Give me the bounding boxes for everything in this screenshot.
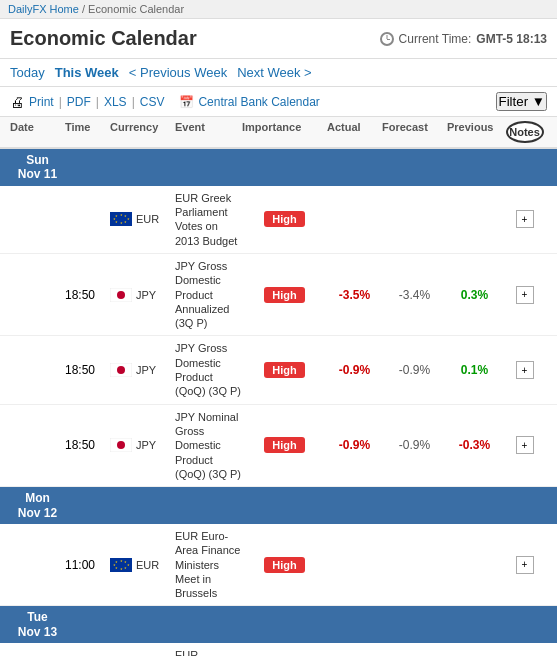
- time-4: 18:50: [65, 438, 110, 452]
- svg-text:★: ★: [124, 220, 127, 224]
- svg-text:★: ★: [115, 220, 118, 224]
- day-header-nov12: Mon Nov 12: [0, 487, 557, 524]
- time-info: Current Time: GMT-5 18:13: [380, 32, 547, 46]
- svg-text:★: ★: [120, 213, 123, 217]
- event-row-4: 18:50 JPY JPY Nominal Gross Domestic Pro…: [0, 405, 557, 487]
- toolbar: 🖨 Print | PDF | XLS | CSV 📅 Central Bank…: [0, 87, 557, 117]
- page-header: Economic Calendar Current Time: GMT-5 18…: [0, 19, 557, 59]
- jp-flag-4: [110, 438, 132, 452]
- svg-text:★: ★: [115, 565, 118, 569]
- col-notes: Notes: [502, 121, 547, 143]
- day-label-nov13: Tue Nov 13: [10, 610, 65, 639]
- event-name-2: JPY Gross Domestic Product Annualized (3…: [175, 259, 242, 330]
- pdf-link[interactable]: PDF: [67, 95, 91, 109]
- breadcrumb-sep: /: [82, 3, 85, 15]
- actual-3: -0.9%: [327, 363, 382, 377]
- nav-tabs: Today This Week < Previous Week Next Wee…: [0, 59, 557, 87]
- table-header-row: Date Time Currency Event Importance Actu…: [0, 117, 557, 149]
- xls-link[interactable]: XLS: [104, 95, 127, 109]
- sep2: |: [96, 95, 99, 109]
- currency-4: JPY: [110, 438, 175, 452]
- current-time-label: Current Time:: [399, 32, 472, 46]
- currency-5: ★ ★ ★ ★ ★ ★ ★ ★ EUR: [110, 558, 175, 572]
- time-5: 11:00: [65, 558, 110, 572]
- svg-text:★: ★: [120, 221, 123, 225]
- event-name-6: EUR European Union Finance Ministers Mee…: [175, 648, 242, 656]
- svg-text:★: ★: [115, 559, 118, 563]
- breadcrumb-page: Economic Calendar: [88, 3, 184, 15]
- event-name-4: JPY Nominal Gross Domestic Product (QoQ)…: [175, 410, 242, 481]
- note-4[interactable]: +: [502, 436, 547, 454]
- importance-3: High: [242, 362, 327, 378]
- currency-1: ★ ★ ★ ★ ★ ★ ★ ★ EUR: [110, 212, 175, 226]
- sep1: |: [59, 95, 62, 109]
- time-3: 18:50: [65, 363, 110, 377]
- svg-text:★: ★: [120, 566, 123, 570]
- previous-3: 0.1%: [447, 363, 502, 377]
- svg-text:★: ★: [124, 214, 127, 218]
- nav-today[interactable]: Today: [10, 65, 45, 80]
- svg-point-14: [117, 441, 125, 449]
- calendar-icon: 📅: [179, 95, 194, 109]
- eu-flag-1: ★ ★ ★ ★ ★ ★ ★ ★: [110, 212, 132, 226]
- central-bank-area: 📅 Central Bank Calendar: [179, 95, 319, 109]
- current-time-value: GMT-5 18:13: [476, 32, 547, 46]
- filter-button[interactable]: Filter ▼: [496, 92, 547, 111]
- day-label-nov11: Sun Nov 11: [10, 153, 65, 182]
- print-icon: 🖨: [10, 94, 24, 110]
- csv-link[interactable]: CSV: [140, 95, 165, 109]
- importance-5: High: [242, 557, 327, 573]
- notes-circle: Notes: [506, 121, 544, 143]
- clock-icon: [380, 32, 394, 46]
- day-header-nov13: Tue Nov 13: [0, 606, 557, 643]
- sep3: |: [132, 95, 135, 109]
- currency-code-5: EUR: [136, 559, 159, 571]
- jp-flag-2: [110, 288, 132, 302]
- currency-code-1: EUR: [136, 213, 159, 225]
- col-date: Date: [10, 121, 65, 143]
- event-row-5: 11:00 ★ ★ ★ ★ ★ ★ ★ ★ EUR EUR Euro-Area …: [0, 524, 557, 606]
- svg-text:★: ★: [120, 558, 123, 562]
- jp-flag-3: [110, 363, 132, 377]
- currency-2: JPY: [110, 288, 175, 302]
- print-link[interactable]: Print: [29, 95, 54, 109]
- note-3[interactable]: +: [502, 361, 547, 379]
- svg-text:★: ★: [115, 214, 118, 218]
- col-previous: Previous: [447, 121, 502, 143]
- col-time: Time: [65, 121, 110, 143]
- nav-previous-week[interactable]: < Previous Week: [129, 65, 227, 80]
- forecast-4: -0.9%: [382, 438, 447, 452]
- page-title: Economic Calendar: [10, 27, 197, 50]
- currency-code-4: JPY: [136, 439, 156, 451]
- nav-next-week[interactable]: Next Week >: [237, 65, 312, 80]
- importance-1: High: [242, 211, 327, 227]
- event-name-5: EUR Euro-Area Finance Ministers Meet in …: [175, 529, 242, 600]
- importance-4: High: [242, 437, 327, 453]
- central-bank-link[interactable]: Central Bank Calendar: [198, 95, 319, 109]
- day-label-nov12: Mon Nov 12: [10, 491, 65, 520]
- home-link[interactable]: DailyFX Home: [8, 3, 79, 15]
- currency-code-2: JPY: [136, 289, 156, 301]
- forecast-3: -0.9%: [382, 363, 447, 377]
- note-5[interactable]: +: [502, 556, 547, 574]
- svg-point-12: [117, 366, 125, 374]
- forecast-2: -3.4%: [382, 288, 447, 302]
- event-row-1: ★ ★ ★ ★ ★ ★ ★ ★ EUR EUR Greek Parliament…: [0, 186, 557, 254]
- col-event: Event: [175, 121, 242, 143]
- svg-text:★: ★: [124, 565, 127, 569]
- top-bar: DailyFX Home / Economic Calendar: [0, 0, 557, 19]
- importance-2: High: [242, 287, 327, 303]
- event-name-3: JPY Gross Domestic Product (QoQ) (3Q P): [175, 341, 242, 398]
- actual-2: -3.5%: [327, 288, 382, 302]
- svg-point-10: [117, 291, 125, 299]
- svg-text:★: ★: [124, 559, 127, 563]
- event-row-3: 18:50 JPY JPY Gross Domestic Product (Qo…: [0, 336, 557, 404]
- previous-2: 0.3%: [447, 288, 502, 302]
- note-1[interactable]: +: [502, 210, 547, 228]
- nav-this-week[interactable]: This Week: [55, 65, 119, 80]
- previous-4: -0.3%: [447, 438, 502, 452]
- event-row-2: 18:50 JPY JPY Gross Domestic Product Ann…: [0, 254, 557, 336]
- day-header-nov11: Sun Nov 11: [0, 149, 557, 186]
- note-2[interactable]: +: [502, 286, 547, 304]
- time-2: 18:50: [65, 288, 110, 302]
